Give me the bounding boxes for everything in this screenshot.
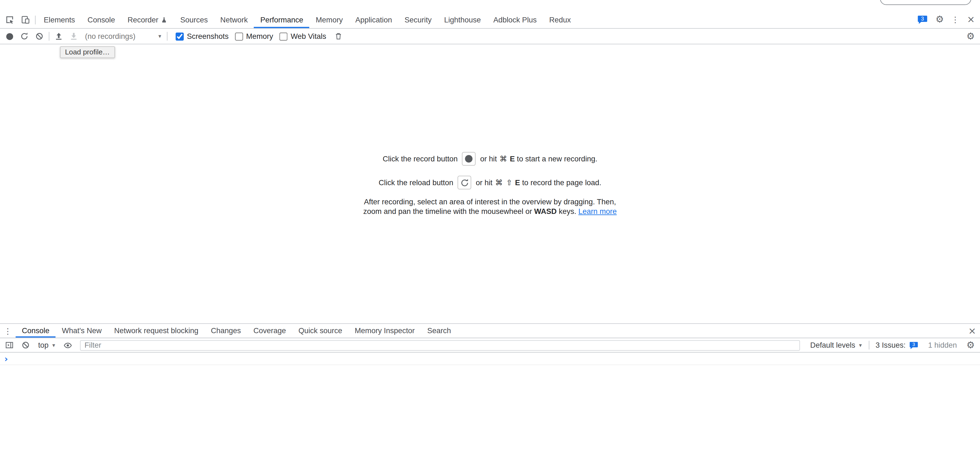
screenshots-label[interactable]: Screenshots: [187, 32, 228, 41]
upload-icon: [54, 32, 63, 41]
reload-hint-line: Click the reload button or hit ⌘ ⇧ E to …: [379, 175, 601, 189]
drawer-more-tools-button[interactable]: ⋮: [0, 324, 16, 338]
show-console-sidebar-button[interactable]: [2, 338, 17, 352]
inspect-icon: [5, 15, 14, 24]
save-profile-button[interactable]: [66, 29, 81, 43]
recorder-experiment-icon: [161, 16, 168, 23]
issues-bubble-icon: 3: [908, 341, 919, 349]
tab-network[interactable]: Network: [214, 11, 254, 28]
tab-security[interactable]: Security: [398, 11, 438, 28]
shift-key-symbol: ⇧: [506, 178, 512, 187]
trash-icon: [335, 32, 343, 41]
inspect-element-button[interactable]: [2, 11, 18, 28]
gear-icon: ⚙: [935, 15, 944, 24]
console-prompt-chevron: ›: [5, 354, 8, 363]
tab-memory[interactable]: Memory: [310, 11, 349, 28]
memory-label[interactable]: Memory: [246, 32, 273, 41]
drawer-tab-memory-inspector[interactable]: Memory Inspector: [348, 324, 421, 338]
tab-recorder[interactable]: Recorder: [121, 11, 174, 28]
hidden-messages-label: 1 hidden: [923, 341, 962, 350]
tab-redux[interactable]: Redux: [543, 11, 577, 28]
log-levels-dropdown[interactable]: Default levels ▾: [807, 341, 865, 350]
drawer-tab-search[interactable]: Search: [421, 324, 457, 338]
chevron-down-icon: ▾: [52, 342, 55, 348]
usage-hint: After recording, select an area of inter…: [363, 198, 617, 215]
load-profile-tooltip: Load profile…: [60, 46, 115, 58]
issues-bubble-icon: 3: [917, 15, 928, 24]
more-options-button[interactable]: ⋮: [947, 11, 963, 28]
drawer-tab-whats-new[interactable]: What's New: [56, 324, 108, 338]
recordings-dropdown[interactable]: (no recordings) ▾: [81, 32, 165, 41]
tab-adblock-plus[interactable]: Adblock Plus: [487, 11, 543, 28]
drawer-tab-coverage[interactable]: Coverage: [247, 324, 292, 338]
clear-console-button[interactable]: [18, 338, 33, 352]
drawer: ⋮ Console What's New Network request blo…: [0, 324, 980, 459]
console-messages-area[interactable]: ›: [0, 352, 980, 459]
panel-tabs: Elements Console Recorder Sources Networ…: [37, 11, 577, 28]
close-icon: ×: [967, 15, 975, 24]
load-profile-button[interactable]: [51, 29, 66, 43]
console-sidebar-icon: [5, 341, 14, 350]
memory-checkbox[interactable]: [235, 32, 243, 40]
toolbar-separator: [35, 15, 35, 24]
issues-status-button[interactable]: 3 Issues: 3: [873, 341, 922, 350]
drawer-tab-console[interactable]: Console: [16, 324, 56, 338]
eye-icon: [63, 341, 72, 350]
reload-and-record-button[interactable]: [17, 29, 32, 43]
console-toolbar: top ▾ Default levels ▾ 3 Issues:: [0, 338, 980, 353]
main-toolbar-right: 3 ⚙ ⋮ ×: [913, 11, 980, 28]
learn-more-link[interactable]: Learn more: [578, 207, 617, 215]
e-key: E: [510, 155, 515, 163]
gear-icon: ⚙: [966, 341, 975, 350]
record-button[interactable]: [2, 29, 17, 43]
capture-settings-button[interactable]: ⚙: [963, 29, 978, 43]
web-vitals-checkbox-group: Web Vitals: [280, 32, 326, 41]
block-icon: [21, 341, 30, 350]
record-button-illustration[interactable]: [462, 152, 476, 166]
gear-icon: ⚙: [966, 32, 975, 41]
tab-lighthouse[interactable]: Lighthouse: [438, 11, 487, 28]
device-toolbar-icon: [21, 15, 30, 24]
tab-elements[interactable]: Elements: [37, 11, 81, 28]
record-hint-line: Click the record button or hit ⌘ E to st…: [383, 152, 597, 166]
tab-console[interactable]: Console: [81, 11, 121, 28]
performance-toolbar: (no recordings) ▾ Screenshots Memory Web…: [0, 29, 980, 44]
reload-button-illustration[interactable]: [458, 175, 471, 189]
clear-recordings-button[interactable]: [32, 29, 47, 43]
tab-performance[interactable]: Performance: [254, 11, 310, 28]
tab-application[interactable]: Application: [349, 11, 398, 28]
device-toolbar-button[interactable]: [18, 11, 33, 28]
close-drawer-button[interactable]: ×: [964, 324, 980, 338]
screenshots-checkbox[interactable]: [175, 32, 184, 40]
top-strip: [0, 0, 980, 11]
drawer-tab-network-request-blocking[interactable]: Network request blocking: [108, 324, 205, 338]
toolbar-separator: [49, 32, 49, 41]
e-key: E: [515, 178, 520, 187]
tab-sources[interactable]: Sources: [174, 11, 214, 28]
chevron-down-icon: ▾: [158, 33, 161, 39]
reload-icon: [20, 32, 29, 41]
drawer-tabbar: ⋮ Console What's New Network request blo…: [0, 324, 980, 338]
memory-checkbox-group: Memory: [235, 32, 273, 41]
console-filter-input[interactable]: [80, 340, 800, 351]
settings-button[interactable]: ⚙: [932, 11, 947, 28]
web-vitals-checkbox[interactable]: [280, 32, 288, 40]
javascript-context-dropdown[interactable]: top ▾: [35, 341, 59, 350]
more-vertical-icon: ⋮: [4, 327, 12, 335]
issues-counter-button[interactable]: 3: [913, 11, 932, 28]
close-devtools-button[interactable]: ×: [963, 11, 978, 28]
performance-panel-content: Load profile… Click the record button or…: [0, 44, 980, 323]
web-vitals-label[interactable]: Web Vitals: [291, 32, 326, 41]
garbage-collect-button[interactable]: [331, 29, 346, 43]
drawer-tab-changes[interactable]: Changes: [205, 324, 247, 338]
download-icon: [70, 32, 78, 41]
toolbar-separator: [167, 32, 167, 41]
partial-pill-outline: [880, 0, 971, 5]
drawer-tab-quick-source[interactable]: Quick source: [292, 324, 348, 338]
cmd-key-symbol: ⌘: [495, 178, 503, 187]
chevron-down-icon: ▾: [859, 342, 862, 348]
console-settings-button[interactable]: ⚙: [963, 338, 978, 352]
create-live-expression-button[interactable]: [60, 338, 75, 352]
main-toolbar: Elements Console Recorder Sources Networ…: [0, 11, 980, 29]
console-prompt-row[interactable]: ›: [0, 352, 980, 365]
